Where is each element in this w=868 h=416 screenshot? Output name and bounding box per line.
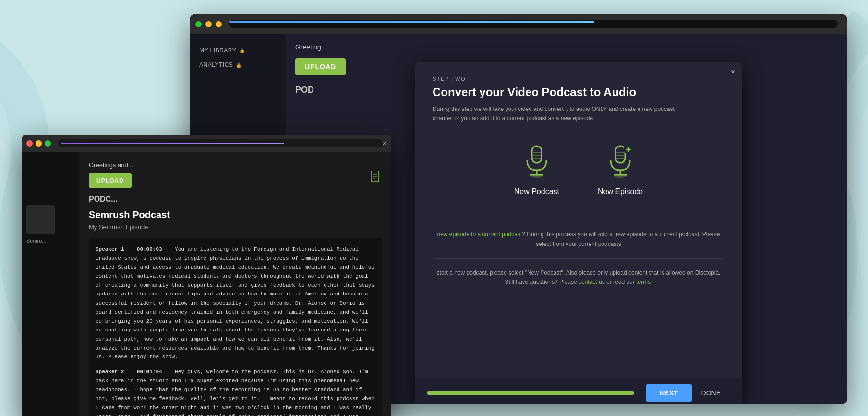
modal-title: Convert your Video Podcast to Audio [433,86,724,99]
sidebar-item-label: MY LIBRARY [199,47,236,54]
option-description-1: new episode to a current podcast? During… [433,230,724,248]
semrush-label: Semru... [22,234,79,247]
browser-titlebar-main [190,14,847,34]
upload-button-secondary[interactable]: UPLOAD [89,173,132,188]
podcast-subtitle-secondary: My Semrush Episode [89,223,382,231]
secondary-close-button[interactable]: × [383,139,386,147]
greeting-text: Greeting [295,43,838,51]
next-button[interactable]: NEXT [646,384,691,402]
svg-rect-0 [532,146,542,163]
dot-orange[interactable] [216,21,222,27]
lock-icon-analytics: 🔒 [236,62,242,68]
address-progress-secondary [61,143,284,144]
sidebar-item-analytics[interactable]: ANALYTICS 🔒 [190,58,286,72]
microphone-icon [520,144,554,180]
svg-point-16 [614,174,627,178]
podcast-thumbnail [26,205,55,234]
option-new-episode[interactable]: New Episode [598,142,643,196]
modal-footer: NEXT DONE [415,378,742,404]
greeting-secondary: Greetings and... [89,161,133,169]
progress-bar [427,391,634,395]
options-row: New Podcast [433,142,724,196]
option-description-2: start a new podcast, please select "New … [433,269,724,287]
podcast-title-secondary: Semrush Podcast [89,209,382,220]
sidebar-item-label: ANALYTICS [199,61,233,68]
podcast-detail-area: Semrush Podcast My Semrush Episode Speak… [89,209,382,416]
microphone-plus-icon [603,144,637,180]
dot-green-secondary[interactable] [45,140,51,147]
svg-rect-7 [615,146,625,163]
browser-titlebar-secondary: × [22,135,391,152]
option-desc-link-text: new episode to a current podcast [437,231,522,238]
new-episode-icon-container [599,142,642,181]
browser-secondary-content: Semru... Greetings and... UPLOAD PODC...… [22,152,391,416]
step-label: STEP TWO [433,76,724,82]
file-icon [370,171,382,184]
divider-1 [433,220,724,220]
modal-description: During this step we will take your video… [433,105,692,123]
file-icon-area [370,171,382,186]
terms-link[interactable]: terms [636,279,651,285]
main-content-secondary: Greetings and... UPLOAD PODC... Semrush … [79,152,391,416]
dot-yellow[interactable] [205,21,212,27]
transcript-line-1: Speaker 1 00:00:03 You are listening to … [96,245,375,362]
modal-dialog: × STEP TWO Convert your Video Podcast to… [415,62,742,404]
sidebar-secondary: Semru... [22,152,79,416]
svg-point-6 [530,174,543,178]
sidebar-secondary-content [22,159,79,167]
dot-yellow-secondary[interactable] [36,140,42,147]
contact-us-link[interactable]: contact us [579,279,605,285]
dot-green[interactable] [195,21,202,27]
new-episode-label: New Episode [598,187,643,196]
browser-window-secondary: × Semru... Greetings and... UPLOAD PODC.… [22,135,391,416]
address-bar-secondary [58,139,383,147]
address-bar-progress [229,21,594,23]
new-podcast-icon-container [515,142,558,181]
done-button[interactable]: DONE [692,384,730,402]
new-podcast-label: New Podcast [514,187,559,196]
divider-2 [433,258,724,259]
pod-section-secondary: PODC... [89,195,382,204]
option-new-podcast[interactable]: New Podcast [514,142,559,196]
lock-icon: 🔒 [239,48,245,53]
modal-close-button[interactable]: × [731,68,735,76]
dot-red-secondary[interactable] [26,140,33,147]
upload-button[interactable]: UPLOAD [295,58,346,75]
sidebar-item-my-library[interactable]: MY LIBRARY 🔒 [190,43,286,58]
transcript-area[interactable]: Speaker 1 00:00:03 You are listening to … [89,238,382,416]
transcript-line-2: Speaker 2 00:01:04 Hey guys, welcome to … [96,367,375,416]
modal-body: STEP TWO Convert your Video Podcast to A… [415,62,742,312]
